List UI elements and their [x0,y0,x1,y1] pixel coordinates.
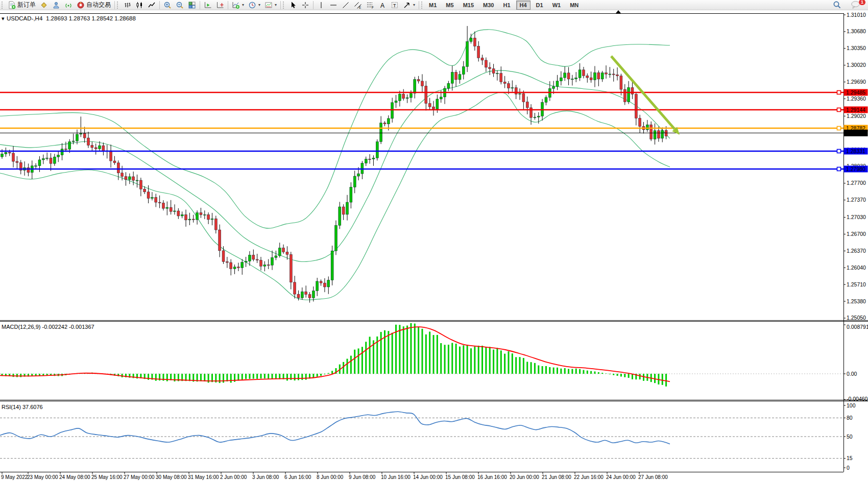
signal-icon [64,1,73,9]
macd-histogram-bar [549,367,550,374]
cursor-button[interactable] [287,1,299,10]
macd-histogram-bar [256,374,258,379]
price-tick-label: 1.27700 [847,180,866,186]
clock-icon [248,1,256,9]
price-tick-label: 1.25380 [847,298,866,304]
mt4-window: 新订单 自动交易 ▾ ▾ ▾ [0,0,868,481]
indicators-button[interactable]: ▾ [230,1,246,10]
arrow-shapes-icon [403,1,411,9]
chart-collapse-icon[interactable]: ▾ [2,15,5,21]
auto-scroll-button[interactable] [202,1,214,10]
time-axis-label: 24 May 08:00 [59,474,90,480]
macd-histogram-bar [531,362,532,374]
new-order-label: 新订单 [17,1,36,9]
price-tick-label: 1.27030 [847,214,866,220]
timeframe-d1-button[interactable]: D1 [533,1,547,10]
macd-histogram-bar [662,374,663,385]
text-a-icon: A [378,1,387,9]
price-badge-label: 1.28331 [846,148,865,154]
fibonacci-button[interactable]: F [364,1,376,10]
metaeditor-button[interactable] [50,1,62,10]
rsi-line [0,412,670,444]
divider [280,1,281,9]
macd-histogram-bar [481,346,483,374]
zoom-out-button[interactable] [174,1,186,10]
time-axis-label: 27 Jun 08:00 [638,474,668,480]
price-tick-label: 1.30350 [847,45,866,51]
tile-windows-icon [188,1,196,9]
macd-histogram-bar [429,331,430,374]
macd-histogram-bar [324,374,325,374]
macd-histogram-bar [515,357,517,374]
macd-histogram-bar [399,325,400,374]
rsi-tick-label: 15 [847,455,853,461]
equidistant-channel-button[interactable]: E [352,1,364,10]
signals-button[interactable] [62,1,75,10]
timeframe-w1-button[interactable]: W1 [549,1,565,10]
line-chart-icon [148,1,156,9]
new-order-button[interactable]: 新订单 [6,1,38,10]
toolbar-grip[interactable] [2,2,4,9]
notifications-button[interactable]: 1 [849,1,863,10]
crosshair-button[interactable] [299,1,311,10]
timeframe-m30-button[interactable]: M30 [479,1,497,10]
timeframe-m1-button[interactable]: M1 [425,1,440,10]
rsi-tick-label: 50 [847,434,853,440]
timeframe-h4-button[interactable]: H4 [516,1,531,10]
text-label-button[interactable]: T [389,1,401,10]
bollinger-lower-band [0,92,670,300]
zoom-in-button[interactable] [161,1,174,10]
arrows-button[interactable]: ▾ [401,1,417,10]
market-watch-button[interactable] [38,1,50,10]
time-axis-label: 3 Jun 08:00 [252,474,279,480]
trend-arrow[interactable] [611,56,680,135]
rsi-tick-label: 0 [847,465,850,471]
bar-chart-button[interactable] [121,1,133,10]
timeframe-m15-button[interactable]: M15 [460,1,477,10]
macd-histogram-bar [504,354,505,374]
macd-histogram-bar [560,369,562,374]
toolbar-grip[interactable] [421,2,424,9]
macd-histogram-bar [223,374,224,382]
periods-button[interactable]: ▾ [246,1,262,10]
macd-histogram-bar [606,373,607,374]
macd-histogram-bar [455,344,457,374]
price-tick-label: 1.25050 [847,315,866,321]
macd-histogram-bar [496,348,498,374]
macd-histogram-bar [587,371,588,374]
rsi-tick-label: 80 [847,415,853,421]
macd-histogram-bar [493,350,494,374]
chart-shift-marker[interactable] [616,10,621,13]
search-button[interactable] [831,1,843,10]
macd-histogram-bar [328,373,329,374]
text-button[interactable]: A [376,1,389,10]
svg-text:A: A [380,2,384,9]
timeframe-h1-button[interactable]: H1 [499,1,514,10]
tile-windows-button[interactable] [186,1,198,10]
line-chart-button[interactable] [146,1,158,10]
chart-title: USDCAD-,H4 [7,15,43,21]
macd-histogram-bar [512,353,513,374]
templates-button[interactable]: ▾ [262,1,279,10]
toolbar-grip[interactable] [117,2,119,9]
macd-histogram-bar [594,371,595,374]
chart-shift-button[interactable] [214,1,226,10]
macd-histogram-bar [451,343,453,374]
toolbar: 新订单 自动交易 ▾ ▾ ▾ [0,0,868,10]
candlestick-chart-button[interactable] [133,1,146,10]
macd-histogram-bar [361,347,363,374]
vertical-line-button[interactable] [315,1,327,10]
autotrading-button[interactable]: 自动交易 [75,1,113,10]
macd-histogram-bar [354,350,355,374]
chart-canvas[interactable]: 1.310101.306801.303501.300201.296901.293… [0,0,868,481]
time-axis: 9 May 202223 May 00:0024 May 08:0025 May… [1,472,668,480]
horizontal-line-button[interactable] [327,1,340,10]
macd-histogram-bar [414,324,416,374]
macd-histogram-bar [463,345,464,374]
timeframe-mn-button[interactable]: MN [566,1,582,10]
timeframe-m5-button[interactable]: M5 [442,1,457,10]
toolbar-grip[interactable] [283,2,285,9]
chevron-down-icon: ▾ [242,3,244,7]
time-axis-label: 22 Jun 16:00 [574,474,604,480]
trendline-button[interactable] [340,1,352,10]
